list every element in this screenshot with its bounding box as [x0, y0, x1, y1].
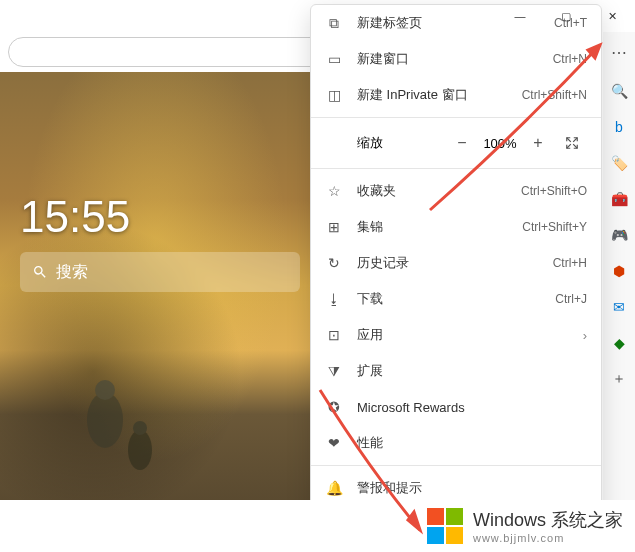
menu-item-shortcut: Ctrl+J	[555, 292, 587, 306]
menu-item-collections[interactable]: ⊞集锦Ctrl+Shift+Y	[311, 209, 601, 245]
history-icon: ↻	[325, 255, 343, 271]
menu-separator	[311, 465, 601, 466]
menu-item-label: 警报和提示	[357, 479, 587, 497]
menu-item-label: 新建 InPrivate 窗口	[357, 86, 508, 104]
background-artwork-figures	[60, 360, 180, 500]
newtab-background: 15:55 搜索	[0, 72, 310, 500]
star-icon: ☆	[325, 183, 343, 199]
menu-item-shortcut: Ctrl+H	[553, 256, 587, 270]
fullscreen-icon	[565, 136, 579, 150]
menu-item-history[interactable]: ↻历史记录Ctrl+H	[311, 245, 601, 281]
windows-logo-icon	[427, 508, 463, 544]
sidebar-bing-icon[interactable]: b	[608, 116, 630, 138]
rewards-icon: ✪	[325, 399, 343, 415]
zoom-in-button[interactable]: +	[523, 128, 553, 158]
menu-item-star[interactable]: ☆收藏夹Ctrl+Shift+O	[311, 173, 601, 209]
sidebar-search-icon[interactable]: 🔍	[608, 80, 630, 102]
overflow-menu: ⧉新建标签页Ctrl+T▭新建窗口Ctrl+N◫新建 InPrivate 窗口C…	[310, 4, 602, 544]
zoom-value: 100%	[481, 136, 519, 151]
menu-item-shortcut: Ctrl+Shift+N	[522, 88, 587, 102]
svg-point-1	[95, 380, 115, 400]
window-close-button[interactable]: ✕	[589, 0, 635, 32]
menu-separator	[311, 117, 601, 118]
tab-icon: ⧉	[325, 15, 343, 32]
svg-point-2	[128, 430, 152, 470]
menu-item-apps[interactable]: ⊡应用›	[311, 317, 601, 353]
menu-item-label: 集锦	[357, 218, 508, 236]
newtab-search-box[interactable]: 搜索	[20, 252, 300, 292]
fullscreen-button[interactable]	[557, 128, 587, 158]
sidebar-app-icon[interactable]: ◆	[608, 332, 630, 354]
bell-icon: 🔔	[325, 480, 343, 496]
watermark: Windows 系统之家 www.bjjmlv.com	[0, 500, 635, 552]
performance-icon: ❤	[325, 435, 343, 451]
menu-item-inprivate[interactable]: ◫新建 InPrivate 窗口Ctrl+Shift+N	[311, 77, 601, 113]
menu-item-download[interactable]: ⭳下载Ctrl+J	[311, 281, 601, 317]
menu-item-label: 扩展	[357, 362, 587, 380]
svg-point-3	[133, 421, 147, 435]
edge-sidebar: ⋯ 🔍 b 🏷️ 🧰 🎮 ⬢ ✉ ◆ ＋	[603, 32, 635, 500]
apps-icon: ⊡	[325, 327, 343, 343]
window-minimize-button[interactable]: —	[497, 0, 543, 32]
watermark-url: www.bjjmlv.com	[473, 532, 623, 544]
download-icon: ⭳	[325, 291, 343, 307]
menu-item-extensions[interactable]: ⧩扩展	[311, 353, 601, 389]
menu-item-performance[interactable]: ❤性能	[311, 425, 601, 461]
menu-item-shortcut: Ctrl+Shift+Y	[522, 220, 587, 234]
menu-item-label: 性能	[357, 434, 587, 452]
sidebar-tools-icon[interactable]: 🧰	[608, 188, 630, 210]
menu-item-window[interactable]: ▭新建窗口Ctrl+N	[311, 41, 601, 77]
menu-separator	[311, 168, 601, 169]
window-maximize-button[interactable]: ▢	[543, 0, 589, 32]
menu-item-shortcut: Ctrl+Shift+O	[521, 184, 587, 198]
sidebar-outlook-icon[interactable]: ✉	[608, 296, 630, 318]
zoom-out-button[interactable]: −	[447, 128, 477, 158]
sidebar-shopping-icon[interactable]: 🏷️	[608, 152, 630, 174]
inprivate-icon: ◫	[325, 87, 343, 103]
menu-item-label: 新建窗口	[357, 50, 539, 68]
menu-item-label: 收藏夹	[357, 182, 507, 200]
menu-item-shortcut: Ctrl+N	[553, 52, 587, 66]
chevron-right-icon: ›	[583, 328, 587, 343]
zoom-row: 缩放 − 100% +	[311, 122, 601, 164]
menu-item-label: 应用	[357, 326, 569, 344]
search-placeholder: 搜索	[56, 262, 88, 283]
collections-icon: ⊞	[325, 219, 343, 235]
watermark-title: Windows 系统之家	[473, 508, 623, 532]
newtab-clock: 15:55	[20, 192, 130, 242]
menu-item-label: Microsoft Rewards	[357, 400, 587, 415]
settings-more-button[interactable]: ⋯	[605, 38, 633, 66]
zoom-label: 缩放	[357, 134, 433, 152]
sidebar-office-icon[interactable]: ⬢	[608, 260, 630, 282]
menu-item-label: 历史记录	[357, 254, 539, 272]
sidebar-games-icon[interactable]: 🎮	[608, 224, 630, 246]
sidebar-add-icon[interactable]: ＋	[608, 368, 630, 390]
menu-item-label: 下载	[357, 290, 541, 308]
extensions-icon: ⧩	[325, 363, 343, 380]
search-icon	[32, 264, 48, 280]
menu-item-rewards[interactable]: ✪Microsoft Rewards	[311, 389, 601, 425]
svg-point-0	[87, 392, 123, 448]
window-icon: ▭	[325, 51, 343, 67]
